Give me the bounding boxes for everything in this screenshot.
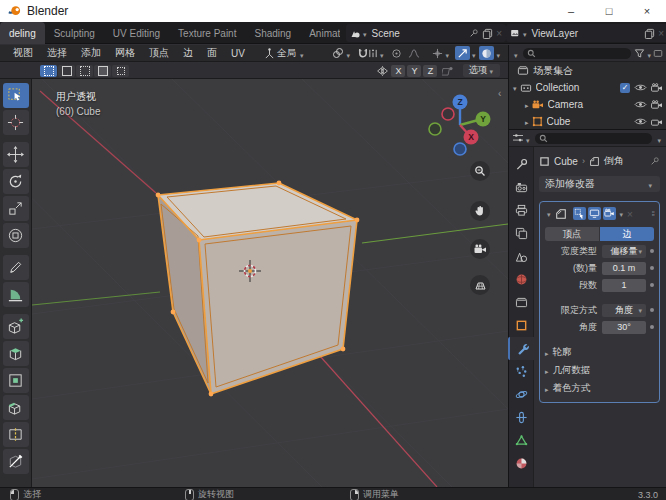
tab-collection[interactable]: [509, 291, 533, 314]
tab-physics[interactable]: [509, 383, 533, 406]
chevron-down-icon[interactable]: [496, 44, 500, 62]
tab-render[interactable]: [509, 176, 533, 199]
tab-tool[interactable]: [509, 153, 533, 176]
tool-bevel[interactable]: [3, 395, 29, 420]
menu-view[interactable]: 视图: [6, 46, 40, 60]
tool-knife[interactable]: [3, 449, 29, 474]
tool-tweak-select[interactable]: [3, 83, 29, 108]
add-modifier-button[interactable]: 添加修改器: [539, 176, 660, 192]
mirror-x-button[interactable]: X: [391, 65, 405, 77]
pin-icon[interactable]: [650, 156, 660, 166]
chevron-down-icon[interactable]: [657, 129, 661, 147]
disable-render-camera-icon[interactable]: [651, 100, 663, 110]
perspective-toggle-button[interactable]: [470, 275, 490, 295]
new-scene-icon[interactable]: [482, 28, 493, 39]
maximize-button[interactable]: □: [590, 0, 628, 22]
row-label[interactable]: Collection: [536, 82, 616, 93]
amount-field[interactable]: 0.1 m: [602, 262, 646, 275]
expand-icon[interactable]: [525, 99, 529, 110]
chevron-down-icon[interactable]: [472, 44, 476, 62]
viewport-3d[interactable]: 用户透视 (60) Cube Z Y X: [32, 79, 508, 487]
tab-animation[interactable]: Animation: [300, 22, 340, 44]
breadcrumb-object[interactable]: Cube: [554, 156, 578, 167]
tool-extrude-region[interactable]: [3, 341, 29, 366]
disable-render-camera-icon[interactable]: [651, 83, 663, 93]
tool-scale[interactable]: [3, 196, 29, 221]
section-geometry[interactable]: 几何数据: [545, 363, 654, 378]
tab-sculpting[interactable]: Sculpting: [45, 22, 104, 44]
hide-eye-icon[interactable]: [634, 83, 647, 92]
viewlayer-name[interactable]: ViewLayer: [532, 28, 645, 39]
affect-vertices-tab[interactable]: 顶点: [545, 227, 599, 241]
width-type-dropdown[interactable]: 偏移量: [602, 245, 646, 258]
section-shading[interactable]: 着色方式: [545, 381, 654, 396]
disable-render-camera-icon[interactable]: [651, 117, 663, 127]
mirror-y-button[interactable]: Y: [407, 65, 421, 77]
tab-material[interactable]: [509, 452, 533, 475]
tab-constraints[interactable]: [509, 406, 533, 429]
editor-type-chevron-icon[interactable]: [514, 45, 518, 62]
menu-mesh[interactable]: 网格: [108, 46, 142, 60]
show-gizmos-dropdown[interactable]: [430, 46, 453, 60]
snapping-dropdown[interactable]: [356, 46, 388, 60]
tab-modeling[interactable]: deling: [0, 22, 45, 44]
tab-world[interactable]: [509, 268, 533, 291]
camera-view-button[interactable]: [470, 239, 490, 259]
hide-eye-icon[interactable]: [634, 117, 647, 126]
affect-edges-tab[interactable]: 边: [600, 227, 654, 241]
tool-transform[interactable]: [3, 223, 29, 248]
select-mode-extend-icon[interactable]: [58, 65, 75, 77]
options-dropdown[interactable]: 选项: [463, 64, 500, 77]
tab-particles[interactable]: [509, 360, 533, 383]
tool-rotate[interactable]: [3, 169, 29, 194]
drag-handle-icon[interactable]: [652, 209, 654, 218]
tab-view-layer[interactable]: [509, 222, 533, 245]
proportional-editing-toggle[interactable]: [389, 46, 404, 60]
viewlayer-selector[interactable]: ViewLayer: [506, 24, 666, 42]
display-edit-mode-toggle[interactable]: [573, 207, 586, 220]
viewport-shading-solid[interactable]: [479, 46, 494, 60]
pivot-point-dropdown[interactable]: [330, 46, 354, 60]
falloff-dropdown[interactable]: [406, 46, 422, 60]
menu-uv[interactable]: UV: [224, 48, 252, 59]
tab-scene[interactable]: [509, 245, 533, 268]
filter-icon[interactable]: [634, 48, 645, 59]
animate-dot-icon[interactable]: [650, 283, 654, 287]
tab-output[interactable]: [509, 199, 533, 222]
menu-edge[interactable]: 边: [176, 46, 200, 60]
chevron-down-icon[interactable]: [523, 28, 527, 39]
tool-loop-cut[interactable]: [3, 422, 29, 447]
select-mode-new-icon[interactable]: [40, 65, 57, 77]
modifier-extras-icon[interactable]: [620, 208, 624, 219]
tool-annotate[interactable]: [3, 255, 29, 280]
outliner-row-collection[interactable]: Collection: [509, 79, 666, 96]
delete-modifier-icon[interactable]: [627, 208, 633, 220]
animate-dot-icon[interactable]: [650, 308, 654, 312]
new-viewlayer-icon[interactable]: [644, 28, 655, 39]
tool-inset-faces[interactable]: [3, 368, 29, 393]
segments-field[interactable]: 1: [602, 279, 646, 292]
pan-button[interactable]: [470, 201, 490, 221]
tab-uv-editing[interactable]: UV Editing: [104, 22, 169, 44]
angle-field[interactable]: 30°: [602, 321, 646, 334]
outliner-row-scene-collection[interactable]: 场景集合: [509, 62, 666, 79]
overlays-toggle[interactable]: [455, 46, 470, 60]
menu-vertex[interactable]: 顶点: [142, 46, 176, 60]
pin-icon[interactable]: [469, 28, 479, 38]
tool-measure[interactable]: [3, 282, 29, 307]
unlink-scene-icon[interactable]: [496, 28, 502, 39]
mirror-z-button[interactable]: Z: [423, 65, 437, 77]
animate-dot-icon[interactable]: [650, 266, 654, 270]
tool-cursor[interactable]: [3, 110, 29, 135]
minimize-button[interactable]: –: [552, 0, 590, 22]
navigation-gizmo[interactable]: Z Y X: [428, 91, 494, 161]
hide-eye-icon[interactable]: [634, 100, 647, 109]
row-label[interactable]: 场景集合: [533, 64, 663, 78]
tab-modifiers[interactable]: [508, 337, 534, 360]
display-render-toggle[interactable]: [603, 207, 616, 220]
menu-add[interactable]: 添加: [74, 46, 108, 60]
row-label[interactable]: Camera: [548, 99, 630, 110]
select-mode-invert-icon[interactable]: [94, 65, 111, 77]
tool-move[interactable]: [3, 142, 29, 167]
select-mode-subtract-icon[interactable]: [76, 65, 93, 77]
